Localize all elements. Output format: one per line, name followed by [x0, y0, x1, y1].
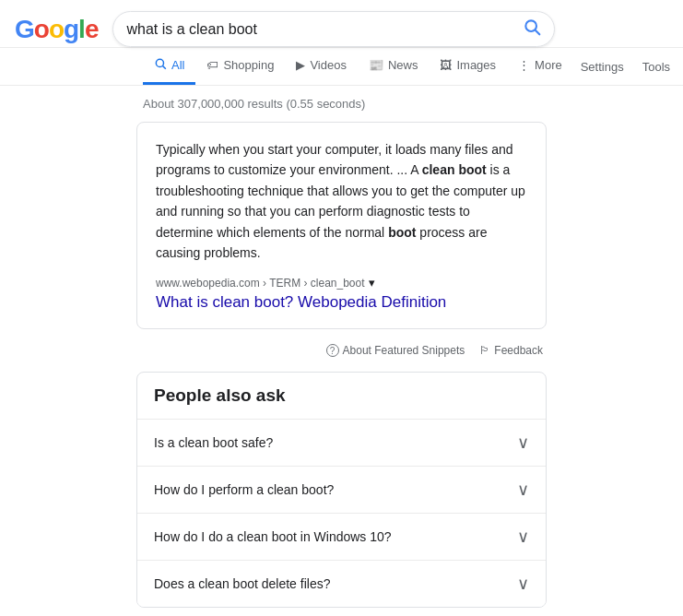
search-button[interactable] [523, 18, 541, 41]
shopping-icon: 🏷 [206, 58, 218, 72]
paa-item-0[interactable]: Is a clean boot safe? ∨ [137, 420, 546, 467]
snippet-bold-1: clean boot [422, 162, 487, 177]
result-count: About 307,000,000 results (0.55 seconds) [0, 86, 683, 118]
svg-point-2 [156, 59, 163, 66]
tab-news-label: News [388, 58, 418, 72]
snippet-footer: ? About Featured Snippets 🏳 Feedback [136, 340, 547, 361]
paa-title: People also ask [137, 373, 546, 420]
nav-tabs-row: All 🏷 Shopping ▶ Videos 📰 News 🖼 Images … [0, 48, 683, 86]
paa-item-2[interactable]: How do I do a clean boot in Windows 10? … [137, 514, 546, 561]
paa-chevron-3: ∨ [517, 574, 529, 594]
tab-videos[interactable]: ▶ Videos [285, 48, 358, 85]
paa-question-0: Is a clean boot safe? [154, 435, 273, 450]
tab-all[interactable]: All [143, 48, 195, 85]
question-icon: ? [326, 344, 339, 357]
tab-videos-label: Videos [310, 58, 347, 72]
tab-more-label: More [535, 58, 562, 72]
paa-question-1: How do I perform a clean boot? [154, 482, 334, 497]
paa-item-3[interactable]: Does a clean boot delete files? ∨ [137, 561, 546, 607]
paa-feedback[interactable]: Feedback [0, 611, 683, 616]
featured-snippet: Typically when you start your computer, … [136, 122, 547, 329]
search-bar[interactable] [112, 11, 555, 47]
all-icon [154, 57, 167, 73]
paa-item-1[interactable]: How do I perform a clean boot? ∨ [137, 467, 546, 514]
google-logo: Google [15, 15, 98, 44]
paa-question-2: How do I do a clean boot in Windows 10? [154, 529, 392, 544]
nav-right: Settings Tools [573, 56, 683, 77]
paa-chevron-1: ∨ [517, 480, 529, 500]
svg-line-3 [163, 66, 166, 69]
paa-chevron-0: ∨ [517, 432, 529, 453]
snippet-source-url: www.webopedia.com › TERM › clean_boot [156, 277, 365, 290]
snippet-feedback-link[interactable]: 🏳 Feedback [479, 344, 543, 357]
snippet-bold-2: boot [388, 225, 416, 240]
videos-icon: ▶ [296, 58, 305, 72]
snippet-source: www.webopedia.com › TERM › clean_boot ▾ [156, 276, 527, 290]
tab-shopping[interactable]: 🏷 Shopping [195, 48, 285, 85]
more-icon: ⋮ [518, 58, 530, 72]
snippet-text: Typically when you start your computer, … [156, 139, 527, 263]
tab-more[interactable]: ⋮ More [507, 48, 573, 85]
search-input[interactable] [126, 21, 515, 38]
snippet-title-link[interactable]: What is clean boot? Webopedia Definition [156, 293, 527, 312]
search-icon [523, 18, 541, 36]
tab-news[interactable]: 📰 News [358, 48, 430, 85]
news-icon: 📰 [369, 58, 383, 72]
tab-shopping-label: Shopping [223, 58, 274, 72]
snippet-source-arrow[interactable]: ▾ [369, 276, 375, 290]
people-also-ask-section: People also ask Is a clean boot safe? ∨ … [136, 372, 547, 608]
tab-all-label: All [171, 58, 184, 72]
tab-images[interactable]: 🖼 Images [429, 48, 507, 85]
tools-link[interactable]: Tools [635, 56, 677, 77]
tab-images-label: Images [456, 58, 496, 72]
svg-line-1 [536, 30, 540, 35]
about-snippets-label: About Featured Snippets [343, 344, 465, 357]
header: Google [0, 0, 683, 48]
feedback-icon: 🏳 [479, 344, 490, 357]
paa-question-3: Does a clean boot delete files? [154, 576, 330, 591]
images-icon: 🖼 [440, 58, 452, 72]
paa-chevron-2: ∨ [517, 527, 529, 547]
snippet-feedback-label: Feedback [494, 344, 543, 357]
settings-link[interactable]: Settings [573, 56, 631, 77]
about-featured-snippets-link[interactable]: ? About Featured Snippets [326, 344, 465, 357]
